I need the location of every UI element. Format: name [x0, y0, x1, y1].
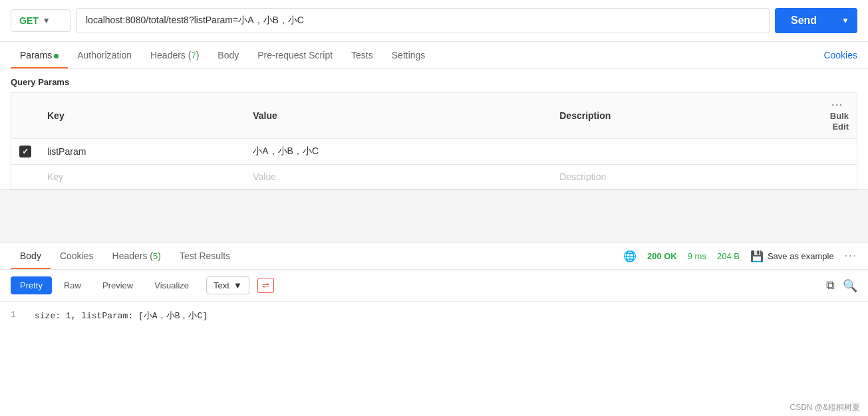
format-tab-preview[interactable]: Preview [93, 276, 142, 294]
row-actions [804, 139, 857, 165]
footer-credit: CSDN @&梧桐树夏 [782, 399, 868, 416]
col-desc-header: Description [551, 93, 803, 139]
text-format-label: Text [214, 280, 229, 290]
status-time: 9 ms [688, 251, 706, 261]
row-checkbox[interactable]: ✓ [19, 146, 31, 157]
method-label: GET [19, 15, 39, 26]
copy-button[interactable]: ⧉ [826, 278, 835, 293]
tab-settings[interactable]: Settings [382, 42, 435, 68]
response-more-icon[interactable]: ··· [845, 250, 857, 262]
format-tab-visualize[interactable]: Visualize [145, 276, 198, 294]
row-value[interactable]: 小A，小B，小C [245, 139, 551, 165]
top-tabs: Params Authorization Headers (7) Body Pr… [0, 42, 868, 69]
tab-body[interactable]: Body [208, 42, 248, 68]
response-tabs: Body Cookies Headers (5) Test Results 🌐 … [0, 243, 868, 270]
empty-key[interactable]: Key [39, 165, 245, 189]
format-tab-raw[interactable]: Raw [55, 276, 90, 294]
status-size: 204 B [717, 251, 740, 261]
text-format-dropdown[interactable]: Text ▼ [206, 276, 249, 294]
tab-response-cookies[interactable]: Cookies [51, 243, 103, 269]
url-input[interactable] [76, 8, 770, 33]
tab-params[interactable]: Params [11, 42, 68, 68]
tab-headers[interactable]: Headers (7) [141, 42, 208, 68]
save-icon: 💾 [750, 250, 764, 262]
table-row-empty: Key Value Description [11, 165, 857, 189]
row-checkbox-cell[interactable]: ✓ [11, 139, 40, 165]
row-description[interactable] [551, 139, 803, 165]
text-format-chevron-icon: ▼ [233, 280, 242, 290]
empty-checkbox-cell [11, 165, 40, 189]
save-example-label: Save as example [768, 251, 834, 261]
line-number: 1 [11, 310, 24, 322]
save-example-button[interactable]: 💾 Save as example [750, 250, 834, 262]
wrap-icon[interactable]: ⇌ [257, 278, 274, 293]
code-line-1: 1 size: 1, listParam: [小A，小B，小C] [11, 310, 857, 322]
url-bar: GET ▼ Send ▼ [0, 0, 868, 42]
col-key-header: Key [39, 93, 245, 139]
params-dot [54, 54, 59, 58]
code-content: size: 1, listParam: [小A，小B，小C] [35, 310, 208, 322]
tab-prerequest[interactable]: Pre-request Script [248, 42, 342, 68]
dots-icon[interactable]: ··· [831, 100, 843, 110]
col-checkbox [11, 93, 40, 139]
empty-description[interactable]: Description [551, 165, 803, 189]
params-section: Query Params Key Value Description ··· B… [0, 69, 868, 189]
format-tab-pretty[interactable]: Pretty [11, 276, 52, 294]
globe-icon: 🌐 [623, 250, 637, 262]
params-table: Key Value Description ··· Bulk Edit ✓ li… [11, 92, 857, 189]
tab-response-headers[interactable]: Headers (5) [103, 243, 170, 269]
table-row: ✓ listParam 小A，小B，小C [11, 139, 857, 165]
check-icon: ✓ [22, 147, 29, 156]
bulk-edit-button[interactable]: Bulk Edit [830, 111, 849, 132]
send-label: Send [775, 8, 833, 33]
tab-authorization[interactable]: Authorization [68, 42, 141, 68]
query-params-label: Query Params [11, 69, 857, 92]
send-arrow-icon[interactable]: ▼ [833, 9, 857, 32]
tab-response-body[interactable]: Body [11, 243, 51, 269]
row-key[interactable]: listParam [39, 139, 245, 165]
empty-actions [804, 165, 857, 189]
tab-tests[interactable]: Tests [342, 42, 382, 68]
response-status-area: 🌐 200 OK 9 ms 204 B 💾 Save as example ··… [623, 250, 857, 262]
format-tabs: Pretty Raw Preview Visualize Text ▼ ⇌ ⧉ … [0, 270, 868, 302]
search-button[interactable]: 🔍 [843, 278, 857, 293]
code-area: 1 size: 1, listParam: [小A，小B，小C] [0, 302, 868, 330]
cookies-link[interactable]: Cookies [823, 50, 857, 60]
response-section: Body Cookies Headers (5) Test Results 🌐 … [0, 243, 868, 330]
response-actions: ⧉ 🔍 [826, 278, 857, 293]
col-value-header: Value [245, 93, 551, 139]
method-dropdown[interactable]: GET ▼ [11, 9, 71, 32]
tab-test-results[interactable]: Test Results [170, 243, 239, 269]
col-actions-header: ··· Bulk Edit [804, 93, 857, 139]
status-ok: 200 OK [647, 251, 677, 261]
send-button[interactable]: Send ▼ [775, 8, 857, 33]
method-chevron-icon: ▼ [43, 16, 51, 25]
empty-value[interactable]: Value [245, 165, 551, 189]
request-response-divider [0, 189, 868, 243]
